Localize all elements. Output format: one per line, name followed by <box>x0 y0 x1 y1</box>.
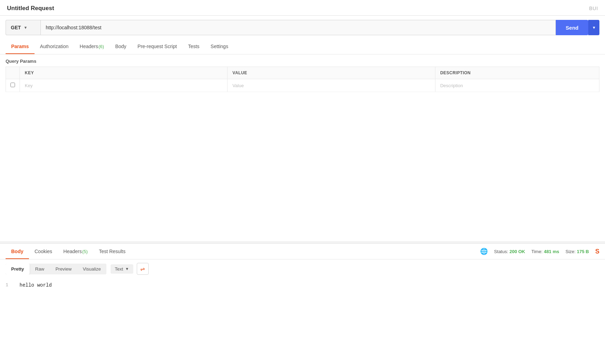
params-key-header: KEY <box>20 67 227 79</box>
body-format-preview[interactable]: Preview <box>50 264 77 274</box>
tab-body[interactable]: Body <box>110 39 132 54</box>
send-button[interactable]: Send <box>556 20 588 35</box>
tab-params[interactable]: Params <box>6 39 35 54</box>
params-checkbox[interactable] <box>9 83 17 87</box>
query-params-title: Query Params <box>6 59 599 64</box>
main-content: GET ▼ Send ▼ Params Authorization Header… <box>0 16 605 362</box>
tab-settings[interactable]: Settings <box>205 39 234 54</box>
size-value: 175 B <box>577 249 589 254</box>
time-value: 481 ms <box>544 249 559 254</box>
params-desc-header: DESCRIPTION <box>435 67 599 79</box>
response-tab-headers[interactable]: Headers(5) <box>58 244 94 259</box>
response-section: Body Cookies Headers(5) Test Results 🌐 S… <box>0 244 605 362</box>
word-wrap-button[interactable]: ⇌ <box>137 263 149 275</box>
size-label: Size: 175 B <box>566 249 589 254</box>
body-format-raw[interactable]: Raw <box>30 264 50 274</box>
response-tab-cookies[interactable]: Cookies <box>29 244 58 259</box>
word-wrap-icon: ⇌ <box>140 266 145 272</box>
send-dropdown-button[interactable]: ▼ <box>588 20 599 35</box>
save-response-icon: S <box>595 248 599 255</box>
text-format-chevron-icon: ▼ <box>125 267 129 271</box>
body-format-visualize[interactable]: Visualize <box>77 264 106 274</box>
request-tabs: Params Authorization Headers(6) Body Pre… <box>0 39 605 54</box>
tab-authorization[interactable]: Authorization <box>35 39 74 54</box>
status-label: Status: 200 OK <box>494 249 525 254</box>
method-dropdown[interactable]: GET ▼ <box>6 20 40 35</box>
line-number-1: 1 <box>6 282 11 288</box>
params-value-input[interactable] <box>232 83 430 88</box>
globe-icon: 🌐 <box>480 248 488 255</box>
status-value: 200 OK <box>509 249 525 254</box>
tab-pre-request-script[interactable]: Pre-request Script <box>132 39 182 54</box>
title-bar: Untitled Request BUI <box>0 0 605 16</box>
request-section: Query Params KEY VALUE DESCRIPTION <box>0 54 605 242</box>
params-checkbox-col-header <box>6 67 20 79</box>
tab-headers[interactable]: Headers(6) <box>74 39 110 54</box>
code-area: 1 hello world <box>0 278 605 362</box>
tab-tests[interactable]: Tests <box>182 39 205 54</box>
query-params-section: Query Params KEY VALUE DESCRIPTION <box>0 54 605 92</box>
response-tabs: Body Cookies Headers(5) Test Results 🌐 S… <box>0 244 605 259</box>
method-label: GET <box>11 25 21 30</box>
params-value-cell <box>227 79 435 92</box>
time-label: Time: 481 ms <box>531 249 559 254</box>
code-content-1: hello world <box>20 282 52 288</box>
code-line-1: 1 hello world <box>6 282 599 288</box>
params-key-input[interactable] <box>25 83 222 88</box>
response-tabs-left: Body Cookies Headers(5) Test Results <box>6 244 131 259</box>
params-desc-input[interactable] <box>440 83 594 88</box>
body-format-group: Pretty Raw Preview Visualize <box>6 264 106 274</box>
params-row-checkbox <box>6 79 20 92</box>
params-key-cell <box>20 79 227 92</box>
text-format-select[interactable]: Text ▼ <box>111 264 133 274</box>
url-bar: GET ▼ Send ▼ <box>0 16 605 39</box>
url-input[interactable] <box>40 20 556 35</box>
send-chevron-icon: ▼ <box>592 25 596 30</box>
response-status: 🌐 Status: 200 OK Time: 481 ms Size: 175 … <box>480 248 599 255</box>
body-format-pretty[interactable]: Pretty <box>6 264 30 274</box>
send-btn-wrapper: Send ▼ <box>556 20 599 35</box>
response-body-tabs: Pretty Raw Preview Visualize Text ▼ ⇌ <box>0 259 605 278</box>
top-right-label: BUI <box>589 6 598 11</box>
method-chevron-icon: ▼ <box>24 25 28 30</box>
params-desc-cell <box>435 79 599 92</box>
page-title: Untitled Request <box>7 5 54 12</box>
params-value-header: VALUE <box>227 67 435 79</box>
params-table: KEY VALUE DESCRIPTION <box>6 67 599 92</box>
response-tab-test-results[interactable]: Test Results <box>93 244 131 259</box>
params-table-header-row: KEY VALUE DESCRIPTION <box>6 67 599 79</box>
text-format-label: Text <box>115 266 123 272</box>
params-empty-row <box>6 79 599 92</box>
response-tab-body[interactable]: Body <box>6 244 29 259</box>
